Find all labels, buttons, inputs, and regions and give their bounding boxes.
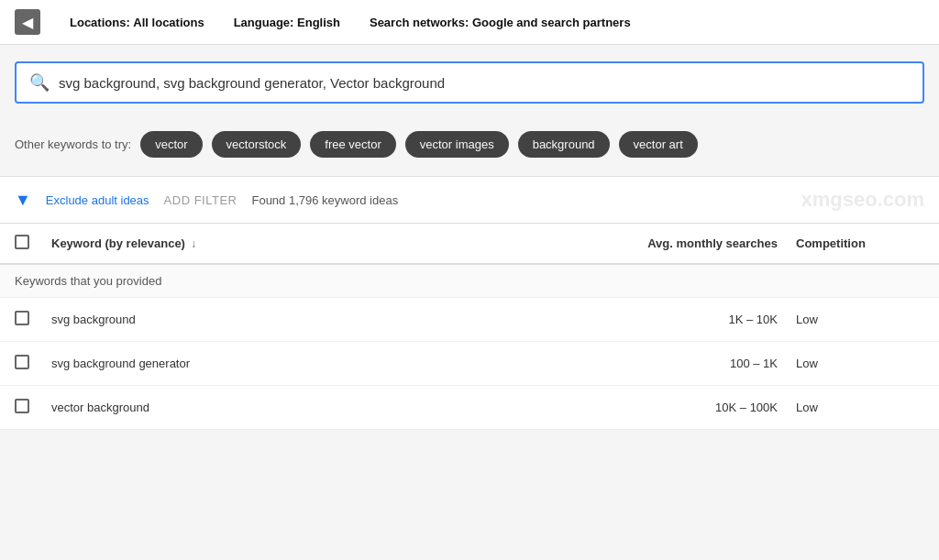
found-count: Found 1,796 keyword ideas [251,193,398,207]
keyword-chip-vectorstock[interactable]: vectorstock [212,131,302,158]
locations-filter: Locations: All locations [70,16,204,29]
filter-icon: ▼ [15,191,31,210]
table-row: svg background generator 100 – 1K Low [0,342,939,386]
row-competition: Low [778,357,924,370]
row-searches: 100 – 1K [594,357,778,370]
row-competition: Low [778,313,924,326]
search-area: 🔍 svg background, svg background generat… [0,45,939,120]
keywords-section: Other keywords to try: vector vectorstoc… [0,120,939,176]
keyword-chip-free-vector[interactable]: free vector [310,131,395,158]
filter-bar: ▼ Exclude adult ideas ADD FILTER Found 1… [0,176,939,224]
row-checkbox[interactable] [15,311,29,325]
keyword-chip-vector-art[interactable]: vector art [619,131,698,158]
keywords-label: Other keywords to try: [15,137,131,151]
row-checkbox-cell[interactable] [15,399,51,416]
table-header: Keyword (by relevance) ↓ Avg. monthly se… [0,224,939,265]
add-filter-button[interactable]: ADD FILTER [164,193,238,207]
table-row: vector background 10K – 100K Low [0,386,939,430]
row-competition: Low [778,401,924,414]
row-checkbox[interactable] [15,399,29,413]
searches-column-header: Avg. monthly searches [594,236,778,250]
search-box[interactable]: 🔍 svg background, svg background generat… [15,61,924,104]
sort-icon: ↓ [191,237,196,250]
row-keyword: svg background generator [51,357,594,370]
row-checkbox-cell[interactable] [15,311,51,328]
table-row: svg background 1K – 10K Low [0,298,939,342]
keyword-table: Keyword (by relevance) ↓ Avg. monthly se… [0,224,939,430]
top-bar: ◀ Locations: All locations Language: Eng… [0,0,939,45]
keyword-chip-background[interactable]: background [518,131,610,158]
keyword-column-header[interactable]: Keyword (by relevance) ↓ [51,236,594,250]
competition-column-header: Competition [778,236,924,250]
watermark: xmgseo.com [801,188,925,212]
row-searches: 10K – 100K [594,401,778,414]
select-all-checkbox[interactable] [15,235,29,249]
search-input[interactable]: svg background, svg background generator… [59,75,910,91]
exclude-adult-link[interactable]: Exclude adult ideas [46,193,149,207]
row-searches: 1K – 10K [594,313,778,326]
row-keyword: svg background [51,313,594,326]
keyword-chip-vector[interactable]: vector [140,131,202,158]
row-keyword: vector background [51,401,594,414]
search-icon: 🔍 [29,72,50,93]
keyword-chip-vector-images[interactable]: vector images [405,131,509,158]
section-header: Keywords that you provided [0,265,939,298]
row-checkbox-cell[interactable] [15,355,51,372]
back-button[interactable]: ◀ [15,9,40,35]
networks-filter: Search networks: Google and search partn… [370,16,631,29]
row-checkbox[interactable] [15,355,29,369]
header-checkbox-cell[interactable] [15,235,51,252]
language-filter: Language: English [234,16,340,29]
